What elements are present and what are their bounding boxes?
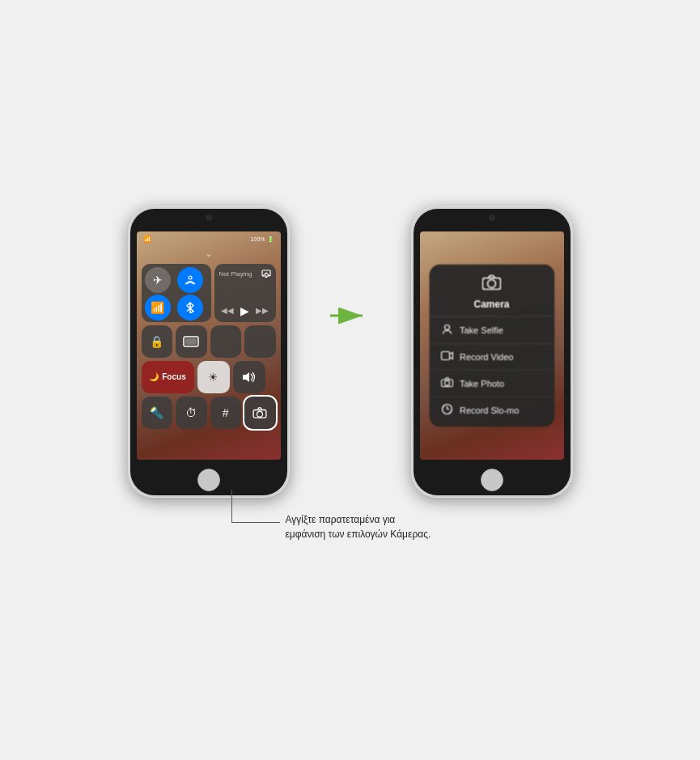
svg-point-10: [488, 279, 496, 287]
camera-big-icon: [482, 274, 502, 295]
battery-status: 100% 🔋: [251, 236, 274, 243]
airplay-icon[interactable]: [261, 269, 271, 280]
fastforward-btn[interactable]: ▶▶: [256, 306, 269, 315]
screen-2: Camera Take Selfie: [420, 231, 564, 460]
svg-marker-4: [243, 372, 249, 382]
home-button-2[interactable]: [481, 469, 503, 491]
control-center-bg: 📶 100% 🔋 ⌄: [137, 231, 281, 460]
chevron-symbol: ⌄: [205, 248, 213, 259]
cc-row-1: ✈ 📶: [142, 264, 276, 322]
svg-rect-3: [185, 338, 197, 345]
selfie-icon: [440, 323, 453, 337]
np-controls: ◀◀ ▶ ▶▶: [219, 304, 271, 317]
calculator-btn[interactable]: #: [210, 397, 242, 429]
now-playing-title: Not Playing: [219, 270, 252, 278]
callout-vertical-line: [231, 490, 232, 522]
camera-bg: Camera Take Selfie: [420, 231, 564, 460]
cc-row-3: 🌙 Focus ☀: [142, 361, 276, 393]
callout-area: Αγγίξτε παρατεταμένα για εμφάνιση των επ…: [189, 490, 512, 554]
timer-btn[interactable]: ⏱: [176, 397, 207, 429]
focus-btn[interactable]: 🌙 Focus: [142, 361, 194, 393]
svg-point-11: [444, 325, 449, 329]
svg-rect-12: [441, 351, 449, 359]
connectivity-module: ✈ 📶: [142, 264, 211, 322]
home-button-1[interactable]: [197, 469, 220, 491]
camera-options-overlay: Camera Take Selfie: [429, 264, 554, 427]
screen-1: 📶 100% 🔋 ⌄: [137, 231, 281, 460]
callout-text: Αγγίξτε παρατεταμένα για εμφάνιση των επ…: [286, 512, 448, 541]
focus-label: Focus: [162, 372, 185, 381]
airplane-mode-btn[interactable]: ✈: [145, 267, 171, 293]
cc-grid: ✈ 📶: [137, 261, 281, 432]
now-playing-module: Not Playing: [214, 264, 276, 322]
record-slomo-option[interactable]: Record Slo-mo: [429, 397, 554, 423]
arrow-icon: [330, 304, 371, 328]
front-camera-1: [206, 214, 212, 221]
callout-line-1: Αγγίξτε παρατεταμένα για: [286, 514, 396, 525]
take-photo-option[interactable]: Take Photo: [429, 370, 554, 397]
record-video-icon: [440, 350, 453, 363]
volume-btn[interactable]: [233, 361, 265, 393]
front-camera-2: [489, 214, 495, 221]
camera-header: Camera: [429, 274, 554, 316]
camera-cc-btn[interactable]: [244, 397, 276, 429]
device-1-inner: 📶 100% 🔋 ⌄: [130, 209, 287, 495]
record-slomo-label: Record Slo-mo: [460, 405, 519, 415]
record-video-label: Record Video: [460, 352, 513, 362]
slomo-icon: [440, 403, 453, 417]
focus-moon-icon: 🌙: [149, 372, 159, 381]
bluetooth-btn[interactable]: [177, 295, 203, 321]
callout-horizontal-line: [231, 522, 280, 523]
cc-row-4: 🔦 ⏱ #: [142, 397, 276, 429]
battery-icon: 🔋: [267, 236, 274, 243]
device-2-inner: Camera Take Selfie: [414, 209, 571, 495]
svg-point-0: [189, 276, 192, 279]
record-video-option[interactable]: Record Video: [429, 344, 554, 370]
callout-line-2: εμφάνιση των επιλογών Κάμερας.: [286, 529, 431, 540]
np-header: Not Playing: [219, 269, 271, 280]
battery-pct-label: 100%: [251, 236, 265, 242]
device-1: 📶 100% 🔋 ⌄: [128, 206, 290, 498]
spacer-1: [210, 325, 242, 358]
svg-point-6: [257, 411, 263, 417]
wifi-btn[interactable]: 📶: [145, 295, 171, 321]
wifi-status-icon: 📶: [143, 236, 151, 243]
screen-mirror-btn[interactable]: [176, 325, 207, 358]
devices-row: 📶 100% 🔋 ⌄: [128, 206, 573, 498]
device-2: Camera Take Selfie: [411, 206, 573, 498]
cc-row-2: 🔒: [142, 325, 276, 358]
camera-menu-title: Camera: [473, 298, 509, 309]
status-bar-1: 📶 100% 🔋: [137, 231, 281, 246]
arrow-container: [330, 304, 371, 328]
airdrop-btn[interactable]: [177, 267, 203, 293]
cc-chevron[interactable]: ⌄: [137, 246, 281, 261]
svg-point-14: [444, 380, 449, 385]
take-selfie-label: Take Selfie: [460, 325, 503, 335]
rewind-btn[interactable]: ◀◀: [221, 306, 234, 315]
spacer-2: [244, 325, 276, 358]
take-photo-icon: [440, 376, 453, 389]
take-selfie-option[interactable]: Take Selfie: [429, 316, 554, 344]
play-btn[interactable]: ▶: [240, 304, 249, 317]
flashlight-btn[interactable]: 🔦: [142, 397, 173, 429]
scene: 📶 100% 🔋 ⌄: [128, 206, 573, 554]
take-photo-label: Take Photo: [460, 378, 504, 388]
brightness-btn[interactable]: ☀: [197, 361, 230, 393]
lock-rotation-btn[interactable]: 🔒: [142, 325, 173, 358]
